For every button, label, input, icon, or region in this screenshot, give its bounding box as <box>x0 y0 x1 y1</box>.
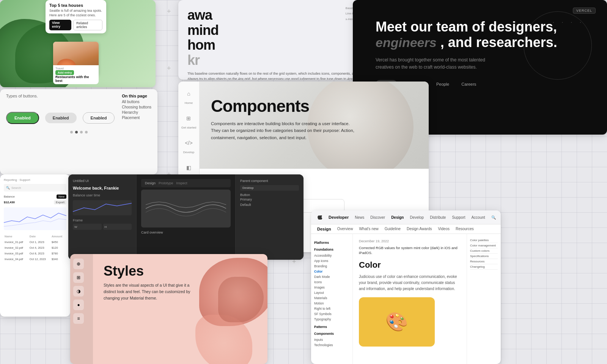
adev-sub-resources[interactable]: Resources <box>456 227 474 231</box>
styles-sidebar-icon-1: ⊕ <box>73 259 84 269</box>
adev-item-darkmode[interactable]: Dark Mode <box>314 274 349 279</box>
adev-color-swatch: 🎨 <box>359 297 435 347</box>
adev-nav-news[interactable]: News <box>355 215 364 220</box>
figma-desktop-label[interactable]: Desktop <box>240 185 299 191</box>
figma-card-overview-label: Card overview <box>141 231 231 234</box>
figma-frame-label: Frame <box>73 218 132 222</box>
tea-view-button[interactable]: View entry <box>49 20 71 30</box>
figma-inner: Untitled UI Welcome back, Frankie Balanc… <box>68 174 304 260</box>
adev-nav-support[interactable]: Support <box>452 215 465 220</box>
sidebar-foundations-icon: ◧ <box>183 162 195 174</box>
adev-right-item-5[interactable]: Resources <box>470 259 498 264</box>
btn-toc-placement[interactable]: Placement <box>122 116 151 120</box>
figma-subtitle: Balance user time <box>73 193 132 197</box>
btn-enabled-outline[interactable]: Enabled <box>83 112 115 124</box>
figma-toolbar: Design Prototype Inspect <box>141 179 231 187</box>
adev-item-inputs[interactable]: Inputs <box>314 337 349 342</box>
deco-plus-1: + <box>167 8 171 16</box>
team-heading-engineers: engineers <box>376 35 437 50</box>
dash-new-btn[interactable]: New <box>57 195 66 199</box>
adev-sub-awards[interactable]: Design Awards <box>407 227 432 231</box>
dash-inner: Reporting · Support 🔍 Search Balance New… <box>0 174 70 266</box>
adev-item-motion[interactable]: Motion <box>314 301 349 306</box>
tea-related-button[interactable]: Related articles <box>73 20 102 30</box>
dash-chart-svg <box>4 207 66 230</box>
dash-cell-6: $120 <box>52 245 66 250</box>
figma-w-input[interactable]: W <box>73 224 102 230</box>
dash-header: Reporting · Support <box>4 178 66 182</box>
adev-section-foundations: Foundations <box>314 248 349 251</box>
dash-cell-3: $450 <box>52 240 66 245</box>
figma-welcome: Welcome back, Frankie <box>73 186 132 190</box>
card-styles: ⊕ ⊞ ◑ ● ≡ Styles Styles are the visual a… <box>70 254 267 364</box>
tea-popup: Top 5 tea houses Seattle is full of amaz… <box>46 0 106 33</box>
sidebar-develop[interactable]: </> Develop <box>183 137 195 154</box>
team-nav-careers[interactable]: Careers <box>456 80 481 88</box>
btn-toc-hierarchy[interactable]: Hierarchy <box>122 110 151 115</box>
adev-search[interactable]: 🔍 <box>491 213 496 221</box>
adev-item-typography[interactable]: Typography <box>314 317 349 322</box>
sidebar-home-icon: ⌂ <box>183 88 195 100</box>
dash-row-data-4: Invoice_04.pdf Oct 12, 2023 $340 <box>5 257 66 262</box>
adev-content: Platforms Foundations Accessibility App … <box>311 234 501 364</box>
styles-sidebar-icon-3: ◑ <box>73 286 84 297</box>
adev-item-color[interactable]: Color <box>314 269 349 274</box>
adev-item-layout[interactable]: Layout <box>314 290 349 295</box>
adev-item-materials[interactable]: Materials <box>314 295 349 301</box>
figma-parent-label: Parent component <box>240 179 299 183</box>
adev-right-item-4[interactable]: Specifications <box>470 254 498 259</box>
adev-sub-overview[interactable]: Overview <box>337 227 353 231</box>
dash-cell-11: Oct 12, 2023 <box>30 257 51 262</box>
adev-nav-develop[interactable]: Develop <box>410 215 424 220</box>
tea-add-button[interactable]: Add entry <box>55 70 74 75</box>
adev-entry-date: December 19, 2022 <box>359 239 461 243</box>
dash-search[interactable]: 🔍 Search <box>4 184 66 191</box>
adev-item-sfsymbols[interactable]: SF Symbols <box>314 311 349 317</box>
team-nav-people[interactable]: People <box>431 80 454 88</box>
figma-h-input[interactable]: H <box>103 224 132 230</box>
comp-hero-text: Components Components are interactive bu… <box>211 97 355 141</box>
sidebar-grid[interactable]: ⊞ Get started <box>181 112 197 129</box>
adev-nav-design[interactable]: Design <box>391 215 404 220</box>
sidebar-home[interactable]: ⌂ Home <box>183 88 195 105</box>
adev-item-icons[interactable]: Icons <box>314 279 349 285</box>
btn-toc-all[interactable]: All buttons <box>122 100 151 104</box>
adev-item-appicons[interactable]: App icons <box>314 258 349 264</box>
styles-sidebar-icon-5: ≡ <box>73 313 84 324</box>
adev-section-patterns: Patterns <box>314 325 349 329</box>
dash-cell-4: Invoice_02.pdf <box>5 245 29 250</box>
figma-wave-svg <box>146 197 226 220</box>
adev-item-rtl[interactable]: Right to left <box>314 306 349 311</box>
btn-enabled-green[interactable]: Enabled <box>6 112 39 124</box>
sidebar-home-label: Home <box>185 101 193 105</box>
adev-nav-account[interactable]: Account <box>471 215 485 220</box>
adev-right-item-2[interactable]: Color management <box>470 243 498 248</box>
btn-toc-title: On this page <box>122 94 151 98</box>
adev-sub-videos[interactable]: Videos <box>438 227 450 231</box>
btn-dots <box>0 127 157 137</box>
adev-nav-discover[interactable]: Discover <box>370 215 385 220</box>
adev-nav-distribute[interactable]: Distribute <box>430 215 446 220</box>
adev-section-platforms: Platforms <box>314 241 349 245</box>
figma-toolbar-inspect-label: Inspect <box>176 181 187 185</box>
adev-logo <box>317 214 322 221</box>
dot-2-active <box>75 131 78 133</box>
adev-left-sidebar: Platforms Foundations Accessibility App … <box>311 234 353 364</box>
dash-export-btn[interactable]: Export <box>54 200 66 204</box>
dash-th-amount: Amount <box>52 234 66 239</box>
adev-item-accessibility[interactable]: Accessibility <box>314 253 349 258</box>
adev-right-item-1[interactable]: Color palettes <box>470 238 498 243</box>
card-tea: Top 5 tea houses Seattle is full of amaz… <box>0 0 156 87</box>
btn-toc-choosing[interactable]: Choosing buttons <box>122 105 151 109</box>
btn-enabled-gray[interactable]: Enabled <box>45 113 77 123</box>
adev-right-item-3[interactable]: Custom colors <box>470 248 498 254</box>
deco-plus-2: + <box>167 64 171 72</box>
adev-item-branding[interactable]: Branding <box>314 264 349 269</box>
adev-item-images[interactable]: Images <box>314 285 349 290</box>
adev-right-item-6[interactable]: Changelog <box>470 264 498 270</box>
dash-row-2: $12,430 Export <box>4 200 66 204</box>
adev-sub-whatsnew[interactable]: What's new <box>359 227 378 231</box>
adev-item-technologies[interactable]: Technologies <box>314 342 349 348</box>
sidebar-getstarted-label: Get started <box>181 126 197 129</box>
adev-sub-guideline[interactable]: Guideline <box>385 227 401 231</box>
